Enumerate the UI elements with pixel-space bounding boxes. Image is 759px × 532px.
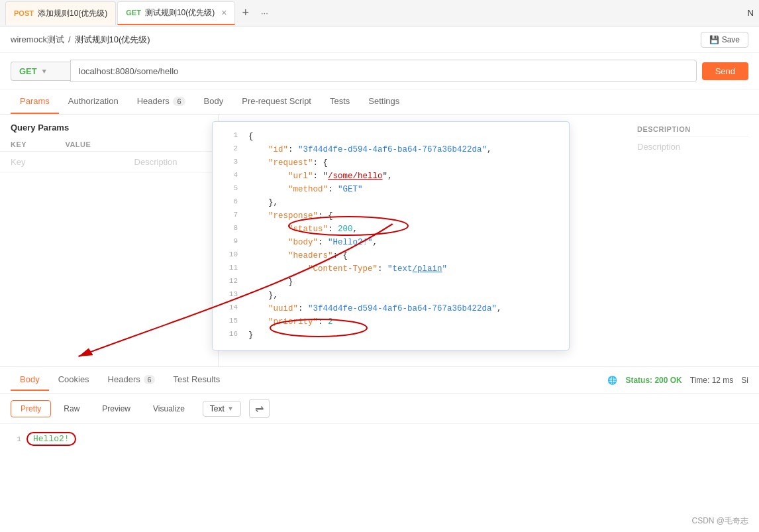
- json-line-7: 7 "response": {: [213, 209, 569, 223]
- query-params-title: Query Params: [0, 123, 218, 138]
- url-input[interactable]: [70, 60, 697, 82]
- resp-tab-body[interactable]: Body: [11, 369, 49, 391]
- get-badge: GET: [126, 9, 141, 17]
- resp-tab-test-results[interactable]: Test Results: [164, 369, 230, 391]
- globe-icon: 🌐: [607, 376, 617, 385]
- request-tabs: Params Authorization Headers 6 Body Pre-…: [0, 89, 759, 115]
- close-icon[interactable]: ×: [221, 7, 227, 18]
- time-info: Time: 12 ms: [690, 376, 734, 385]
- json-content: 1 { 2 "id": "3f44d4fe-d594-4af6-ba64-767…: [213, 122, 569, 350]
- text-select[interactable]: Text ▼: [203, 401, 241, 417]
- url-bar: GET ▼ Send: [0, 53, 759, 89]
- description-column-header: [124, 138, 218, 152]
- json-line-13: 13 },: [213, 289, 569, 302]
- json-line-2: 2 "id": "3f44d4fe-d594-4af6-ba64-767a36b…: [213, 143, 569, 156]
- headers-badge: 6: [173, 97, 185, 106]
- tab-authorization[interactable]: Authorization: [59, 89, 128, 114]
- json-line-12: 12 }: [213, 276, 569, 289]
- method-label: GET: [19, 66, 37, 76]
- send-button[interactable]: Send: [702, 62, 748, 80]
- tab-pre-request[interactable]: Pre-request Script: [232, 89, 321, 114]
- tab-get[interactable]: GET 测试规则10(优先级) ×: [117, 1, 235, 25]
- response-status: 🌐 Status: 200 OK Time: 12 ms Si: [607, 376, 748, 385]
- json-line-16: 16 }: [213, 329, 569, 342]
- fmt-pretty[interactable]: Pretty: [11, 400, 51, 417]
- json-line-5: 5 "method": "GET": [213, 183, 569, 196]
- main-content: Query Params KEY VALUE Key Description D…: [0, 115, 759, 366]
- fmt-visualize[interactable]: Visualize: [143, 400, 195, 417]
- tab-get-label: 测试规则10(优先级): [145, 7, 215, 19]
- tab-bar: POST 添加规则10(优先级) GET 测试规则10(优先级) × + ···…: [0, 0, 759, 27]
- post-badge: POST: [14, 9, 34, 17]
- key-column-header: KEY: [0, 138, 54, 152]
- hello2-value: Hello2!: [26, 432, 76, 446]
- fmt-raw[interactable]: Raw: [54, 400, 89, 417]
- status-200: Status: 200 OK: [625, 376, 682, 385]
- desc-placeholder: Description: [637, 142, 748, 152]
- json-line-10: 10 "headers": {: [213, 249, 569, 262]
- tab-headers[interactable]: Headers 6: [128, 89, 195, 114]
- resp-tab-cookies[interactable]: Cookies: [49, 369, 99, 391]
- tab-settings[interactable]: Settings: [359, 89, 409, 114]
- resp-tab-headers[interactable]: Headers 6: [99, 369, 164, 391]
- desc-header: DESCRIPTION: [637, 123, 748, 136]
- chevron-down-icon: ▼: [41, 68, 48, 75]
- json-line-4: 4 "url": "/some/hello",: [213, 170, 569, 183]
- params-table: KEY VALUE Key Description: [0, 138, 218, 173]
- json-line-15: 15 "priority": 2: [213, 315, 569, 329]
- save-label: Save: [722, 35, 740, 44]
- wrap-icon[interactable]: ⇌: [249, 399, 270, 418]
- fmt-preview[interactable]: Preview: [92, 400, 140, 417]
- size-info: Si: [741, 376, 748, 385]
- value-column-header: VALUE: [54, 138, 123, 152]
- breadcrumb: wiremock测试 / 测试规则10(优先级): [11, 34, 150, 46]
- format-tabs: Pretty Raw Preview Visualize Text ▼ ⇌: [0, 394, 759, 424]
- top-right-area: N: [748, 8, 754, 18]
- method-select[interactable]: GET ▼: [11, 62, 70, 81]
- json-line-9: 9 "body": "Hello2!",: [213, 236, 569, 249]
- tab-body[interactable]: Body: [195, 89, 233, 114]
- json-line-11: 11 "Content-Type": "text/plain": [213, 262, 569, 276]
- json-line-3: 3 "request": {: [213, 156, 569, 170]
- table-row: Key Description: [0, 152, 218, 173]
- tab-post-label: 添加规则10(优先级): [38, 8, 107, 19]
- breadcrumb-bar: wiremock测试 / 测试规则10(优先级) 💾 Save: [0, 27, 759, 53]
- breadcrumb-current: 测试规则10(优先级): [75, 34, 150, 46]
- response-section: Body Cookies Headers 6 Test Results 🌐 St…: [0, 366, 759, 454]
- query-params-panel: Query Params KEY VALUE Key Description: [0, 115, 219, 366]
- key-cell[interactable]: Key: [0, 152, 54, 173]
- resp-headers-badge: 6: [144, 375, 154, 384]
- text-select-label: Text: [210, 404, 225, 413]
- response-line-1: 1 Hello2!: [11, 432, 748, 446]
- tab-params[interactable]: Params: [11, 89, 59, 114]
- csdn-watermark: CSDN @毛奇志: [691, 515, 748, 527]
- json-line-6: 6 },: [213, 196, 569, 209]
- description-column: DESCRIPTION Description: [627, 115, 759, 160]
- response-body: 1 Hello2!: [0, 424, 759, 454]
- json-viewer: 1 { 2 "id": "3f44d4fe-d594-4af6-ba64-767…: [212, 121, 570, 350]
- resp-line-num: 1: [11, 435, 21, 443]
- save-icon: 💾: [709, 35, 719, 44]
- json-line-14: 14 "uuid": "3f44d4fe-d594-4af6-ba64-767a…: [213, 302, 569, 315]
- breadcrumb-parent[interactable]: wiremock测试: [11, 34, 64, 46]
- breadcrumb-sep: /: [68, 34, 71, 44]
- json-line-8: 8 "status": 200,: [213, 223, 569, 236]
- tab-post[interactable]: POST 添加规则10(优先级): [5, 1, 116, 25]
- value-cell[interactable]: [54, 152, 123, 173]
- response-tabs: Body Cookies Headers 6 Test Results 🌐 St…: [0, 367, 759, 394]
- save-button[interactable]: 💾 Save: [701, 32, 748, 48]
- new-tab-button[interactable]: +: [236, 6, 254, 20]
- tab-tests[interactable]: Tests: [321, 89, 359, 114]
- json-line-1: 1 {: [213, 130, 569, 143]
- more-tabs-button[interactable]: ···: [256, 8, 274, 18]
- description-cell[interactable]: Description: [124, 152, 218, 173]
- chevron-down-icon: ▼: [227, 405, 234, 412]
